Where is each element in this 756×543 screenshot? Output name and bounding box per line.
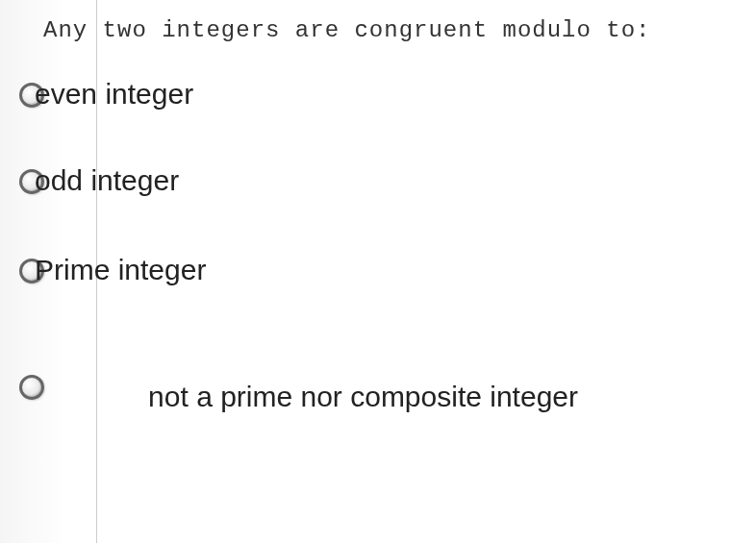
option-row-1: even integer xyxy=(19,77,193,111)
option-row-2: odd integer xyxy=(19,163,179,198)
option-label-4: not a prime nor composite integer xyxy=(116,375,578,418)
option-label-1: even integer xyxy=(35,77,193,111)
question-text: Any two integers are congruent modulo to… xyxy=(43,17,651,43)
option-label-3: Prime integer xyxy=(35,253,206,287)
radio-option-4[interactable] xyxy=(19,375,44,400)
option-row-4: not a prime nor composite integer xyxy=(19,375,578,418)
option-label-2: odd integer xyxy=(35,163,179,198)
option-row-3: Prime integer xyxy=(19,253,206,287)
